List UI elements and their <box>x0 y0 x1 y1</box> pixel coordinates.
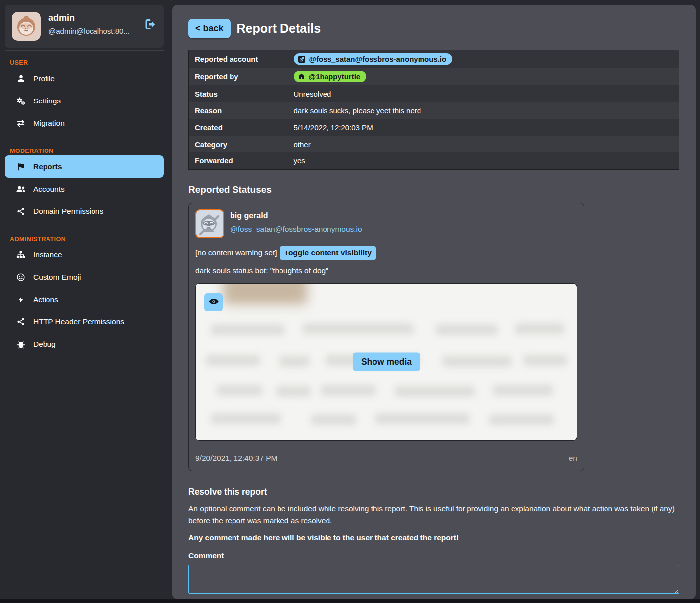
section-label-user: USER <box>10 59 164 66</box>
house-icon <box>298 73 305 80</box>
sidebar-divider <box>5 50 164 51</box>
sidebar-item-migration[interactable]: Migration <box>5 112 164 134</box>
reported-account-handle: @foss_satan@fossbros-anonymous.io <box>309 55 447 63</box>
resolve-heading: Resolve this report <box>188 487 679 497</box>
share-nodes-icon <box>16 317 26 326</box>
sidebar-item-actions[interactable]: Actions <box>5 288 164 310</box>
sidebar-divider <box>5 227 164 227</box>
user-icon <box>16 74 26 83</box>
app-layout: admin @admin@localhost:80... USER Profil… <box>0 0 700 599</box>
sidebar-item-custom-emoji[interactable]: Custom Emoji <box>5 266 164 288</box>
sidebar-item-profile[interactable]: Profile <box>5 67 164 90</box>
sidebar-item-accounts[interactable]: Accounts <box>5 178 164 200</box>
table-row-forwarded: Forwarded yes <box>189 152 679 169</box>
sidebar-item-label: Debug <box>33 340 56 349</box>
sidebar-item-instance[interactable]: Instance <box>5 244 164 266</box>
sidebar-item-label: HTTP Header Permissions <box>33 317 124 326</box>
user-meta: admin @admin@localhost:80... <box>48 12 130 41</box>
report-details-table: Reported account @foss_satan@fossbros-an… <box>188 50 679 170</box>
sidebar-item-reports[interactable]: Reports <box>5 155 164 178</box>
nav-section-administration: ADMINISTRATION Instance <box>5 236 164 359</box>
sidebar-item-domain-permissions[interactable]: Domain Permissions <box>5 200 164 222</box>
sidebar-item-label: Accounts <box>33 185 65 194</box>
hide-media-eye-button[interactable] <box>204 293 223 311</box>
show-media-button[interactable]: Show media <box>353 352 420 371</box>
sidebar-item-label: Actions <box>33 295 58 304</box>
sidebar: admin @admin@localhost:80... USER Profil… <box>0 0 172 599</box>
bug-icon <box>16 340 26 349</box>
reporter-handle: @1happyturtle <box>309 72 361 81</box>
sidebar-item-label: Reports <box>33 162 62 171</box>
back-button[interactable]: < back <box>188 19 231 38</box>
row-label: Status <box>189 85 288 102</box>
section-label-administration: ADMINISTRATION <box>10 236 164 243</box>
reporter-pill[interactable]: @1happyturtle <box>294 71 367 82</box>
table-row-category: Category other <box>189 136 679 152</box>
content-warning-row: [no content warning set] Toggle content … <box>195 246 577 260</box>
forwarded-value: yes <box>288 152 679 169</box>
reported-statuses-heading: Reported Statuses <box>188 184 679 195</box>
status-media-attachment: Show media <box>195 283 577 441</box>
nav-section-moderation: MODERATION Reports <box>5 148 164 227</box>
sidebar-item-label: Domain Permissions <box>33 207 103 216</box>
share-nodes-icon <box>16 207 26 216</box>
smiley-icon <box>16 273 26 282</box>
table-row-status: Status Unresolved <box>189 85 679 102</box>
row-label: Forwarded <box>189 152 288 169</box>
status-display-name: big gerald <box>230 211 362 220</box>
status-header: big gerald @foss_satan@fossbros-anonymou… <box>195 209 577 238</box>
comment-textarea[interactable] <box>188 565 679 594</box>
user-avatar <box>12 12 41 41</box>
created-value: 5/14/2022, 12:20:03 PM <box>288 119 679 136</box>
logout-icon[interactable] <box>145 19 157 32</box>
status-names: big gerald @foss_satan@fossbros-anonymou… <box>230 209 362 238</box>
comment-label: Comment <box>188 552 679 560</box>
gears-icon <box>16 97 26 105</box>
users-icon <box>16 185 26 194</box>
sidebar-item-http-header-permissions[interactable]: HTTP Header Permissions <box>5 310 164 333</box>
table-row-reason: Reason dark souls sucks, please yeet thi… <box>189 102 679 119</box>
sidebar-item-label: Profile <box>33 74 55 83</box>
reported-account-pill[interactable]: @foss_satan@fossbros-anonymous.io <box>294 53 453 65</box>
page-bottom-strip <box>0 599 700 603</box>
nav-section-user: USER Profile <box>5 59 164 139</box>
status-account-link[interactable]: @foss_satan@fossbros-anonymous.io <box>230 225 362 234</box>
external-link-icon <box>298 55 306 63</box>
arrows-left-right-icon <box>16 119 26 128</box>
sidebar-item-label: Instance <box>33 251 62 259</box>
row-label: Reason <box>189 102 288 119</box>
bolt-icon <box>16 295 26 304</box>
flag-icon <box>16 162 26 171</box>
reason-value: dark souls sucks, please yeet this nerd <box>288 102 679 119</box>
resolve-warning: Any comment made here will be visible to… <box>188 533 679 542</box>
sitemap-icon <box>16 251 26 259</box>
table-row-created: Created 5/14/2022, 12:20:03 PM <box>189 119 679 136</box>
status-card: big gerald @foss_satan@fossbros-anonymou… <box>188 203 584 471</box>
main-panel: < back Report Details Reported account <box>172 5 696 599</box>
row-label: Reported account <box>189 50 288 68</box>
user-name: admin <box>48 13 130 23</box>
table-row-reported-account: Reported account @foss_satan@fossbros-an… <box>189 50 679 68</box>
table-row-reported-by: Reported by @1happyturtle <box>189 68 679 85</box>
toggle-content-visibility-button[interactable]: Toggle content visibility <box>280 246 376 260</box>
row-label: Created <box>189 119 288 136</box>
status-avatar <box>195 209 224 238</box>
status-timestamp: 9/20/2021, 12:40:37 PM <box>195 454 277 463</box>
sidebar-item-settings[interactable]: Settings <box>5 90 164 112</box>
user-handle: @admin@localhost:80... <box>48 27 130 35</box>
row-label: Reported by <box>189 68 288 85</box>
sidebar-item-debug[interactable]: Debug <box>5 333 164 355</box>
status-language: en <box>569 454 577 463</box>
status-footer: 9/20/2021, 12:40:37 PM en <box>189 448 584 471</box>
category-value: other <box>288 136 679 152</box>
eye-icon <box>208 296 219 308</box>
resolve-description: An optional comment can be included whil… <box>188 503 679 527</box>
status-value: Unresolved <box>288 85 679 102</box>
user-card[interactable]: admin @admin@localhost:80... <box>5 5 164 48</box>
sidebar-item-label: Custom Emoji <box>33 273 81 282</box>
sidebar-item-label: Migration <box>33 119 65 128</box>
status-text: dark souls status bot: "thoughts of dog" <box>195 266 577 275</box>
sidebar-divider <box>5 139 164 139</box>
sidebar-item-label: Settings <box>33 97 61 105</box>
row-label: Category <box>189 136 288 152</box>
